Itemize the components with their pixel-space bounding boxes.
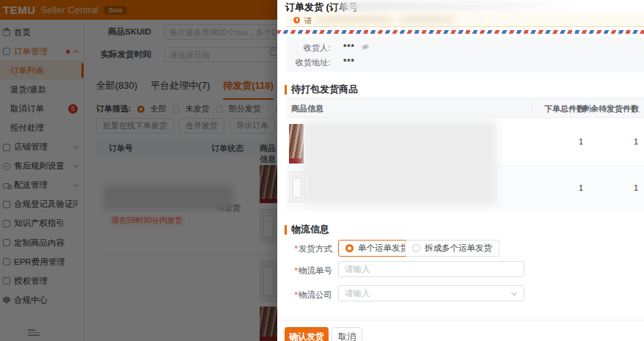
col-remaining-qty: 剩余待发货件数 <box>582 103 639 114</box>
eye-off-icon[interactable] <box>361 43 370 51</box>
col-total-qty: 下单总件数 <box>544 103 585 114</box>
items-table-header: 商品信息 下单总件数 剩余待发货件数 <box>286 98 644 118</box>
package-section-header: 待打包发货商品 <box>285 83 358 96</box>
receiver-value: *** <box>343 43 355 51</box>
section-accent-bar <box>285 225 287 235</box>
airmail-stripe-divider <box>277 30 644 34</box>
col-product-info: 商品信息 <box>291 103 323 114</box>
address-value: *** <box>343 57 355 66</box>
receiver-label: 收货人: <box>286 43 330 54</box>
logistics-company-select[interactable] <box>338 285 524 301</box>
radio-on-icon <box>345 244 354 252</box>
app-window: TEMU Seller Central Beta 首页 订单管理 订单列表 退货… <box>0 0 644 341</box>
cancel-button[interactable]: 取消 <box>332 327 362 341</box>
notice-text: 请 <box>304 16 312 26</box>
remaining-qty-value: 1 <box>634 137 638 146</box>
radio-off-icon <box>412 244 420 252</box>
modal-overlay[interactable] <box>0 0 277 341</box>
ship-method-label: *发货方式 <box>277 243 332 254</box>
notice-bar: 请 <box>286 13 644 27</box>
logistics-section-header: 物流信息 <box>285 223 329 236</box>
redacted-product-info <box>302 120 497 205</box>
tracking-number-label: *物流单号 <box>277 265 332 276</box>
total-qty-value: 1 <box>579 137 583 146</box>
redacted-order-id <box>340 1 582 11</box>
tracking-number-input[interactable] <box>338 261 524 277</box>
section-accent-bar <box>285 85 287 95</box>
logistics-company-label: *物流公司 <box>277 290 332 301</box>
total-qty-value: 1 <box>579 183 583 192</box>
ship-order-drawer: 订单发货 (订单号 请 收货人: *** 收货地址: *** 待打包发货商品 <box>277 0 644 341</box>
footer-divider <box>277 320 644 320</box>
redacted-notice-text <box>315 16 392 23</box>
alert-icon <box>293 17 300 23</box>
address-label: 收货地址: <box>286 57 330 68</box>
drawer-items-table: 商品信息 下单总件数 剩余待发货件数 1 1 1 1 <box>286 98 644 210</box>
product-thumbnail <box>289 124 304 164</box>
remaining-qty-value: 1 <box>634 183 638 192</box>
confirm-ship-button[interactable]: 确认发货 <box>285 327 329 341</box>
address-box: 收货人: *** 收货地址: *** <box>286 37 644 72</box>
ship-method-split-option[interactable]: 拆成多个运单发货 <box>405 240 500 257</box>
redacted-notice-text <box>400 16 455 23</box>
